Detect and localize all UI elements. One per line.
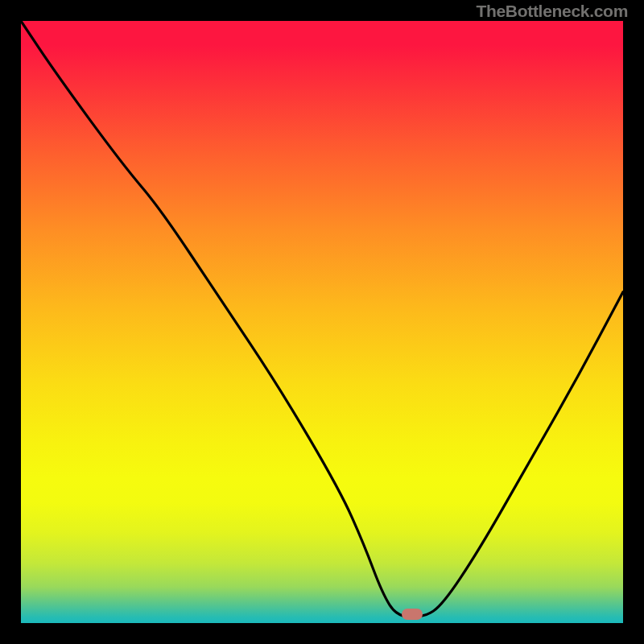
curve-path: [21, 21, 623, 617]
chart-frame: TheBottleneck.com: [0, 0, 644, 644]
watermark-text: TheBottleneck.com: [476, 2, 628, 21]
plot-area: [21, 21, 623, 623]
optimal-marker: [402, 609, 423, 620]
bottleneck-curve: [21, 21, 623, 623]
